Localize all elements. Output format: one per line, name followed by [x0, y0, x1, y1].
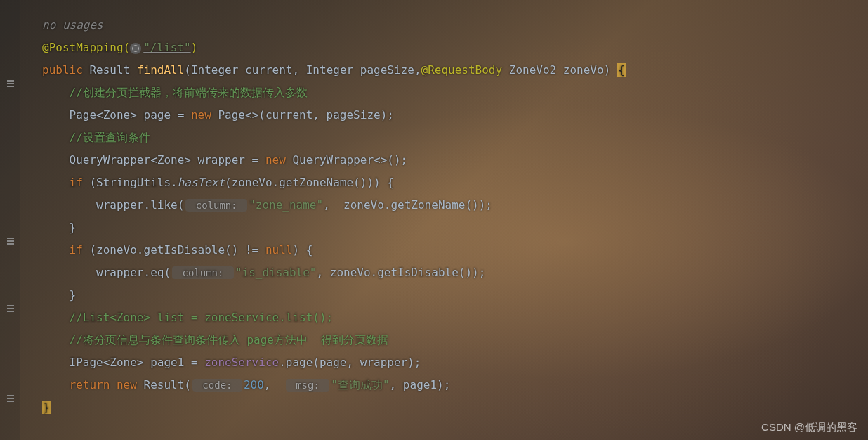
code-statement: wrapper.eq( column: "is_disable", zoneVo… — [21, 261, 868, 284]
url-mapping[interactable]: "/list" — [143, 41, 190, 54]
param-hint-column: column: — [172, 266, 234, 279]
method-close-brace: } — [21, 396, 868, 419]
code-statement: QueryWrapper<Zone> wrapper = new QueryWr… — [21, 149, 868, 172]
annotation-name: @PostMapping — [42, 41, 124, 54]
if-statement: if (StringUtils.hasText(zoneVo.getZoneNa… — [21, 172, 868, 194]
usages-hint: no usages — [21, 14, 868, 37]
code-statement: wrapper.like( column: "zone_name", zoneV… — [21, 194, 868, 216]
close-brace: } — [21, 216, 868, 239]
close-brace: } — [21, 284, 868, 306]
watermark: CSDN @低调的黑客 — [761, 421, 857, 434]
param-hint-code: code: — [192, 379, 242, 392]
code-statement: Page<Zone> page = new Page<>(current, pa… — [21, 104, 868, 127]
brace-highlight: } — [42, 401, 51, 414]
comment-line: //将分页信息与条件查询条件传入 page方法中 得到分页数据 — [21, 329, 868, 351]
code-editor[interactable]: no usages @PostMapping("/list") public R… — [0, 0, 868, 419]
code-statement: IPage<Zone> page1 = zoneService.page(pag… — [21, 351, 868, 374]
comment-line: //设置查询条件 — [21, 127, 868, 149]
annotation-line: @PostMapping("/list") — [21, 37, 868, 59]
return-statement: return new Result( code: 200, msg: "查询成功… — [21, 374, 868, 396]
if-statement: if (zoneVo.getIsDisable() != null) { — [21, 239, 868, 261]
comment-line: //List<Zone> list = zoneService.list(); — [21, 306, 868, 329]
param-hint-msg: msg: — [286, 379, 330, 392]
brace-highlight: { — [617, 63, 626, 77]
method-signature: public Result findAll(Integer current, I… — [21, 59, 868, 82]
url-icon[interactable] — [130, 43, 141, 54]
param-hint-column: column: — [185, 199, 247, 212]
comment-line: //创建分页拦截器，将前端传来的数据传入参数 — [21, 82, 868, 104]
